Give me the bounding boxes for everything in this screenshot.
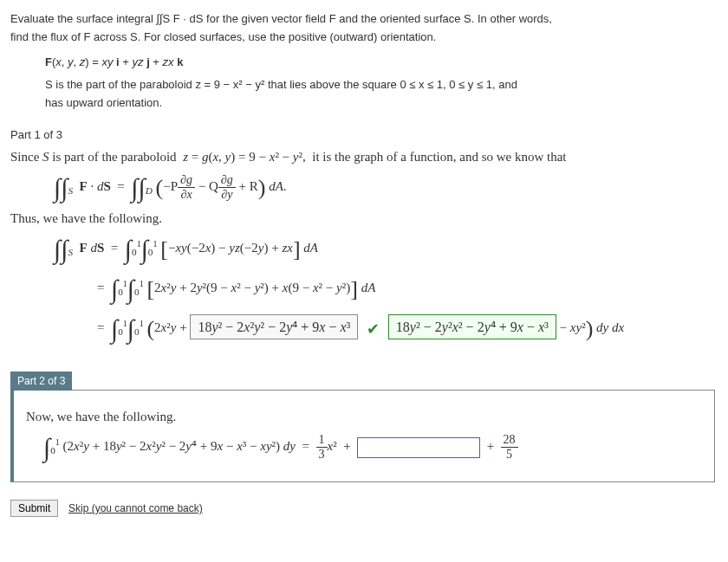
part2-line1: Now, we have the following. xyxy=(26,410,702,424)
fraction-2: 285 xyxy=(501,433,518,462)
skip-link[interactable]: Skip (you cannot come back) xyxy=(68,502,203,514)
problem-statement: Evaluate the surface integral ∫∫S F · dS… xyxy=(10,10,718,113)
surface-line2: has upward orientation. xyxy=(45,94,718,113)
intro-line1: Evaluate the surface integral ∫∫S F · dS… xyxy=(10,10,718,29)
answer-input[interactable] xyxy=(357,437,480,458)
answer-correct-box: 18y² − 2y²x² − 2y⁴ + 9x − x³ xyxy=(388,314,556,339)
check-icon: ✔ xyxy=(367,320,380,338)
surface-line1: S is the part of the paraboloid z = 9 − … xyxy=(45,76,718,94)
intro-line2: find the flux of F across S. For closed … xyxy=(10,29,718,47)
submit-button[interactable]: Submit xyxy=(10,500,58,517)
eq-row1: ∫∫S F dS = ∫01∫01 [−xy(−2x) − yz(−2y) + … xyxy=(54,235,718,264)
part1-header: Part 1 of 3 xyxy=(10,128,718,141)
part2-equation: ∫01 (2x²y + 18y² − 2x²y² − 2y⁴ + 9x − x³… xyxy=(43,433,702,462)
part2-box: Now, we have the following. ∫01 (2x²y + … xyxy=(10,390,715,482)
part2-header: Part 2 of 3 xyxy=(10,371,72,391)
answer-box-1[interactable]: 18y² − 2x²y² − 2y⁴ + 9x − x³ xyxy=(190,314,358,339)
flux-formula: ∫∫S F · dS = ∫∫D (−P∂g∂x − Q∂g∂y + R) dA… xyxy=(54,173,718,203)
eq-row3: = ∫01∫01 (2x²y + 18y² − 2x²y² − 2y⁴ + 9x… xyxy=(97,314,718,344)
vector-field: F(x, y, z) = xy i + yz j + zx k xyxy=(45,54,718,72)
part1-line2: Thus, we have the following. xyxy=(10,211,718,226)
part1-content: Since S is part of the paraboloid z = g(… xyxy=(10,150,718,344)
fraction-1: 13 xyxy=(316,433,328,462)
eq-row2: = ∫01∫01 [2x²y + 2y²(9 − x² − y²) + x(9 … xyxy=(97,275,718,304)
button-row: Submit Skip (you cannot come back) xyxy=(10,500,718,517)
part1-line1: Since S is part of the paraboloid z = g(… xyxy=(10,150,718,165)
